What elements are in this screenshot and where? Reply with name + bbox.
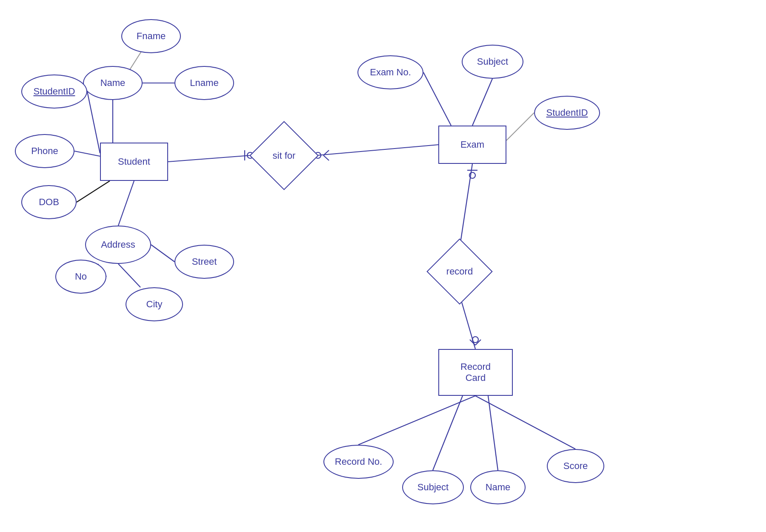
attr-record-no: Record No. bbox=[323, 445, 394, 479]
attr-no: No bbox=[55, 260, 106, 294]
attr-studentid-exam: StudentID bbox=[534, 96, 600, 130]
attr-exam-no: Exam No. bbox=[357, 55, 423, 89]
attr-street: Street bbox=[174, 245, 234, 279]
entity-record-card: Record Card bbox=[438, 349, 513, 396]
attr-phone-label: Phone bbox=[31, 146, 58, 157]
attr-studentid-student-label: StudentID bbox=[34, 86, 75, 97]
attr-dob-label: DOB bbox=[39, 197, 59, 208]
attr-name: Name bbox=[83, 66, 143, 100]
attr-subject-rc-label: Subject bbox=[417, 482, 449, 493]
attr-score: Score bbox=[547, 449, 604, 483]
attr-city: City bbox=[126, 287, 183, 321]
attr-street-label: Street bbox=[192, 256, 217, 267]
attr-lname: Lname bbox=[174, 66, 234, 100]
attr-name-rc: Name bbox=[470, 470, 526, 504]
attr-score-label: Score bbox=[563, 460, 588, 472]
attr-lname-label: Lname bbox=[190, 77, 218, 89]
attr-studentid-student: StudentID bbox=[21, 74, 87, 109]
entity-student: Student bbox=[100, 143, 168, 181]
attr-city-label: City bbox=[146, 299, 163, 310]
entity-exam-label: Exam bbox=[460, 139, 484, 150]
er-diagram: Student Exam Record Card Fname Name Lnam… bbox=[0, 0, 766, 532]
attr-fname: Fname bbox=[121, 19, 181, 53]
attr-studentid-exam-label: StudentID bbox=[546, 107, 588, 118]
attr-fname-label: Fname bbox=[137, 31, 166, 42]
entity-record-card-label: Record Card bbox=[460, 361, 491, 383]
attr-phone: Phone bbox=[15, 134, 74, 168]
attr-record-no-label: Record No. bbox=[335, 456, 382, 467]
attr-address: Address bbox=[85, 226, 151, 264]
attr-exam-no-label: Exam No. bbox=[370, 67, 411, 78]
entity-exam: Exam bbox=[438, 126, 506, 164]
attr-dob: DOB bbox=[21, 185, 77, 219]
attr-subject-rc: Subject bbox=[402, 470, 464, 504]
attr-name-label: Name bbox=[100, 77, 126, 89]
entity-student-label: Student bbox=[118, 156, 150, 167]
attr-address-label: Address bbox=[101, 239, 135, 250]
attr-subject-exam: Subject bbox=[462, 45, 523, 79]
attr-no-label: No bbox=[75, 271, 87, 282]
attr-subject-exam-label: Subject bbox=[477, 56, 508, 67]
attr-name-rc-label: Name bbox=[486, 482, 511, 493]
